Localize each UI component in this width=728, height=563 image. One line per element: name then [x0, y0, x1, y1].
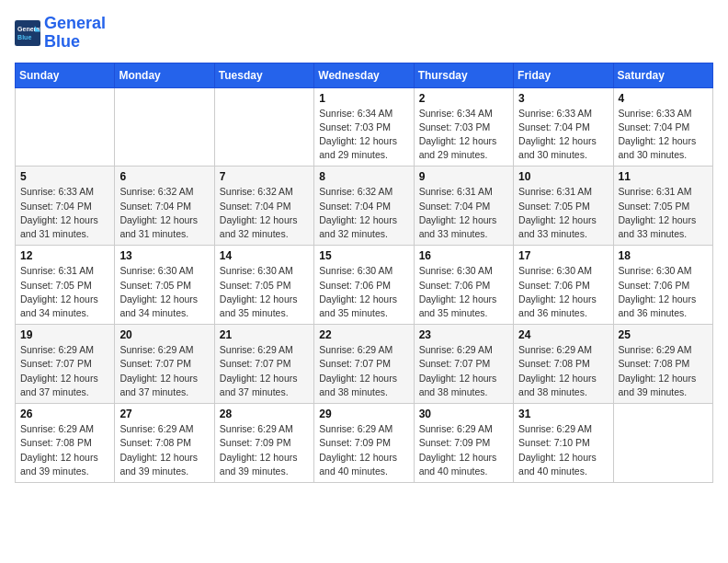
calendar-cell: 23 Sunrise: 6:29 AMSunset: 7:07 PMDaylig… — [414, 325, 513, 404]
day-info: Sunrise: 6:29 AMSunset: 7:10 PMDaylight:… — [518, 422, 608, 478]
day-number: 30 — [419, 408, 508, 420]
day-info: Sunrise: 6:34 AMSunset: 7:03 PMDaylight:… — [319, 107, 408, 163]
day-number: 10 — [518, 170, 608, 183]
day-info: Sunrise: 6:29 AMSunset: 7:07 PMDaylight:… — [319, 343, 408, 399]
day-info: Sunrise: 6:29 AMSunset: 7:09 PMDaylight:… — [220, 422, 309, 478]
day-info: Sunrise: 6:29 AMSunset: 7:08 PMDaylight:… — [119, 422, 209, 478]
header-sunday: Sunday — [16, 63, 115, 87]
calendar-header-row: SundayMondayTuesdayWednesdayThursdayFrid… — [16, 63, 713, 87]
day-number: 3 — [518, 92, 608, 105]
day-info: Sunrise: 6:30 AMSunset: 7:06 PMDaylight:… — [518, 264, 608, 320]
day-info: Sunrise: 6:29 AMSunset: 7:09 PMDaylight:… — [319, 422, 408, 478]
header-saturday: Saturday — [613, 63, 712, 87]
day-number: 17 — [518, 249, 608, 262]
calendar-cell: 10 Sunrise: 6:31 AMSunset: 7:05 PMDaylig… — [514, 167, 613, 246]
svg-text:Blue: Blue — [17, 34, 31, 40]
calendar-cell: 17 Sunrise: 6:30 AMSunset: 7:06 PMDaylig… — [514, 246, 613, 325]
calendar-week-row: 19 Sunrise: 6:29 AMSunset: 7:07 PMDaylig… — [16, 325, 713, 404]
calendar-cell: 20 Sunrise: 6:29 AMSunset: 7:07 PMDaylig… — [115, 325, 214, 404]
day-info: Sunrise: 6:30 AMSunset: 7:06 PMDaylight:… — [419, 264, 508, 320]
day-number: 23 — [419, 328, 508, 341]
day-number: 24 — [518, 328, 608, 341]
day-number: 7 — [220, 170, 309, 183]
calendar-cell: 26 Sunrise: 6:29 AMSunset: 7:08 PMDaylig… — [16, 404, 115, 483]
day-number: 1 — [319, 92, 408, 105]
svg-rect-0 — [15, 20, 40, 46]
day-number: 22 — [319, 328, 408, 341]
calendar-week-row: 5 Sunrise: 6:33 AMSunset: 7:04 PMDayligh… — [16, 167, 713, 246]
calendar-cell: 24 Sunrise: 6:29 AMSunset: 7:08 PMDaylig… — [514, 325, 613, 404]
calendar-cell: 18 Sunrise: 6:30 AMSunset: 7:06 PMDaylig… — [613, 246, 712, 325]
day-number: 27 — [119, 408, 209, 420]
day-number: 20 — [119, 328, 209, 341]
calendar-cell: 7 Sunrise: 6:32 AMSunset: 7:04 PMDayligh… — [214, 167, 313, 246]
calendar-cell: 25 Sunrise: 6:29 AMSunset: 7:08 PMDaylig… — [613, 325, 712, 404]
day-info: Sunrise: 6:31 AMSunset: 7:05 PMDaylight:… — [619, 185, 708, 241]
calendar-cell: 3 Sunrise: 6:33 AMSunset: 7:04 PMDayligh… — [514, 87, 613, 167]
day-info: Sunrise: 6:29 AMSunset: 7:07 PMDaylight:… — [20, 343, 109, 399]
calendar-cell: 29 Sunrise: 6:29 AMSunset: 7:09 PMDaylig… — [314, 404, 414, 483]
day-number: 12 — [20, 249, 109, 262]
day-number: 8 — [319, 170, 408, 183]
calendar-cell: 12 Sunrise: 6:31 AMSunset: 7:05 PMDaylig… — [16, 246, 115, 325]
day-number: 21 — [220, 328, 309, 341]
logo-icon: General Blue — [15, 20, 40, 46]
day-info: Sunrise: 6:31 AMSunset: 7:05 PMDaylight:… — [20, 264, 109, 320]
calendar-week-row: 26 Sunrise: 6:29 AMSunset: 7:08 PMDaylig… — [16, 404, 713, 483]
day-number: 9 — [419, 170, 508, 183]
header-wednesday: Wednesday — [314, 63, 414, 87]
calendar-cell: 31 Sunrise: 6:29 AMSunset: 7:10 PMDaylig… — [514, 404, 613, 483]
calendar-cell: 14 Sunrise: 6:30 AMSunset: 7:05 PMDaylig… — [214, 246, 313, 325]
header-friday: Friday — [514, 63, 613, 87]
day-number: 29 — [319, 408, 408, 420]
calendar-cell: 19 Sunrise: 6:29 AMSunset: 7:07 PMDaylig… — [16, 325, 115, 404]
calendar-cell: 13 Sunrise: 6:30 AMSunset: 7:05 PMDaylig… — [115, 246, 214, 325]
calendar-table: SundayMondayTuesdayWednesdayThursdayFrid… — [15, 63, 713, 483]
day-info: Sunrise: 6:30 AMSunset: 7:05 PMDaylight:… — [220, 264, 309, 320]
day-info: Sunrise: 6:33 AMSunset: 7:04 PMDaylight:… — [619, 107, 708, 163]
day-info: Sunrise: 6:29 AMSunset: 7:08 PMDaylight:… — [619, 343, 708, 399]
day-info: Sunrise: 6:29 AMSunset: 7:07 PMDaylight:… — [419, 343, 508, 399]
header-tuesday: Tuesday — [214, 63, 313, 87]
calendar-cell: 27 Sunrise: 6:29 AMSunset: 7:08 PMDaylig… — [115, 404, 214, 483]
calendar-cell: 4 Sunrise: 6:33 AMSunset: 7:04 PMDayligh… — [613, 87, 712, 167]
day-number: 14 — [220, 249, 309, 262]
day-info: Sunrise: 6:29 AMSunset: 7:09 PMDaylight:… — [419, 422, 508, 478]
calendar-week-row: 12 Sunrise: 6:31 AMSunset: 7:05 PMDaylig… — [16, 246, 713, 325]
day-number: 11 — [619, 170, 708, 183]
calendar-cell: 21 Sunrise: 6:29 AMSunset: 7:07 PMDaylig… — [214, 325, 313, 404]
calendar-cell — [613, 404, 712, 483]
day-number: 16 — [419, 249, 508, 262]
day-number: 2 — [419, 92, 508, 105]
day-info: Sunrise: 6:33 AMSunset: 7:04 PMDaylight:… — [518, 107, 608, 163]
day-number: 5 — [20, 170, 109, 183]
logo-text: General Blue — [44, 15, 106, 52]
calendar-cell — [214, 87, 313, 167]
logo: General Blue General Blue — [15, 15, 106, 52]
day-number: 28 — [220, 408, 309, 420]
calendar-week-row: 1 Sunrise: 6:34 AMSunset: 7:03 PMDayligh… — [16, 87, 713, 167]
calendar-cell: 16 Sunrise: 6:30 AMSunset: 7:06 PMDaylig… — [414, 246, 513, 325]
day-info: Sunrise: 6:29 AMSunset: 7:08 PMDaylight:… — [518, 343, 608, 399]
calendar-cell: 22 Sunrise: 6:29 AMSunset: 7:07 PMDaylig… — [314, 325, 414, 404]
calendar-cell: 8 Sunrise: 6:32 AMSunset: 7:04 PMDayligh… — [314, 167, 414, 246]
day-info: Sunrise: 6:31 AMSunset: 7:05 PMDaylight:… — [518, 185, 608, 241]
day-number: 26 — [20, 408, 109, 420]
day-info: Sunrise: 6:30 AMSunset: 7:06 PMDaylight:… — [619, 264, 708, 320]
calendar-cell: 2 Sunrise: 6:34 AMSunset: 7:03 PMDayligh… — [414, 87, 513, 167]
day-number: 13 — [119, 249, 209, 262]
calendar-cell: 11 Sunrise: 6:31 AMSunset: 7:05 PMDaylig… — [613, 167, 712, 246]
day-number: 31 — [518, 408, 608, 420]
header-thursday: Thursday — [414, 63, 513, 87]
calendar-cell: 5 Sunrise: 6:33 AMSunset: 7:04 PMDayligh… — [16, 167, 115, 246]
day-info: Sunrise: 6:34 AMSunset: 7:03 PMDaylight:… — [419, 107, 508, 163]
header-monday: Monday — [115, 63, 214, 87]
calendar-cell: 9 Sunrise: 6:31 AMSunset: 7:04 PMDayligh… — [414, 167, 513, 246]
day-info: Sunrise: 6:29 AMSunset: 7:08 PMDaylight:… — [20, 422, 109, 478]
day-info: Sunrise: 6:32 AMSunset: 7:04 PMDaylight:… — [119, 185, 209, 241]
calendar-cell: 1 Sunrise: 6:34 AMSunset: 7:03 PMDayligh… — [314, 87, 414, 167]
calendar-cell: 28 Sunrise: 6:29 AMSunset: 7:09 PMDaylig… — [214, 404, 313, 483]
day-info: Sunrise: 6:29 AMSunset: 7:07 PMDaylight:… — [220, 343, 309, 399]
day-info: Sunrise: 6:30 AMSunset: 7:06 PMDaylight:… — [319, 264, 408, 320]
day-info: Sunrise: 6:32 AMSunset: 7:04 PMDaylight:… — [220, 185, 309, 241]
